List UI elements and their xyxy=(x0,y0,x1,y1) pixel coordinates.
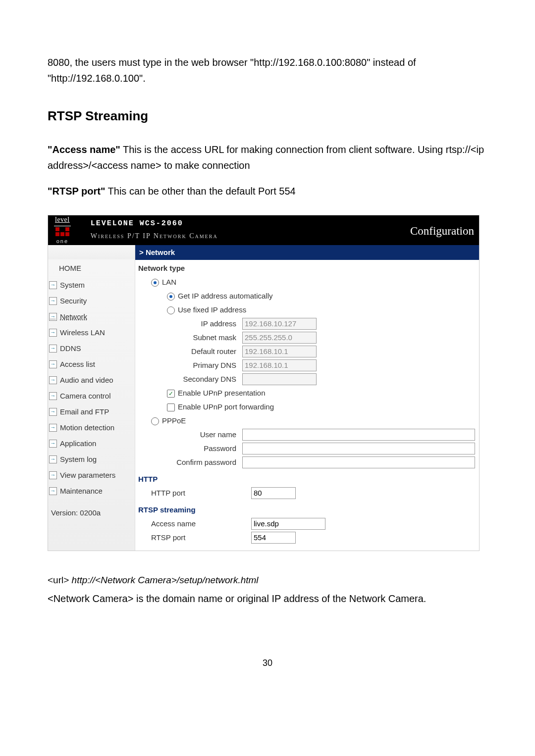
label-confirm-password: Confirm password xyxy=(137,456,242,468)
sidebar-item-maintenance[interactable]: →Maintenance xyxy=(48,483,135,499)
sidebar-item-application[interactable]: →Application xyxy=(48,436,135,452)
arrow-right-icon: → xyxy=(49,376,57,384)
sidebar-version: Version: 0200a xyxy=(48,499,135,519)
checkbox-upnp-portfwd-wrap[interactable]: Enable UPnP port forwarding xyxy=(137,401,280,413)
sidebar-item-label: Network xyxy=(60,311,87,323)
sidebar-item-view-parameters[interactable]: →View parameters xyxy=(48,467,135,483)
arrow-right-icon: → xyxy=(49,471,57,479)
sidebar-item-ddns[interactable]: →DDNS xyxy=(48,341,135,356)
checkbox-icon xyxy=(167,390,175,398)
main-content: Network type LAN Get IP address automati… xyxy=(135,259,479,551)
sidebar-item-motion-detection[interactable]: →Motion detection xyxy=(48,420,135,436)
sidebar-item-label: System log xyxy=(60,454,97,465)
input-primary-dns[interactable] xyxy=(242,359,317,371)
network-config-screenshot: level one LEVELONE WCS-2060 Wireless P/T… xyxy=(48,215,480,551)
input-rtsp-port[interactable] xyxy=(251,532,296,544)
paragraph-access-name: "Access name" This is the access URL for… xyxy=(48,142,487,173)
label-user-name: User name xyxy=(137,429,242,441)
sidebar-item-label: System xyxy=(60,279,85,291)
section-http: HTTP xyxy=(137,470,476,485)
input-http-port[interactable] xyxy=(251,487,296,499)
url-label: <url> xyxy=(48,575,69,585)
logo-grid-icon xyxy=(55,227,69,236)
label-rtsp-port-field: RTSP port xyxy=(137,532,251,544)
radio-icon xyxy=(151,279,159,287)
input-default-router[interactable] xyxy=(242,346,317,357)
sidebar-item-label: Security xyxy=(60,295,87,307)
radio-icon xyxy=(151,417,159,425)
sidebar-item-access-list[interactable]: →Access list xyxy=(48,356,135,372)
radio-pppoe-wrap[interactable]: PPPoE xyxy=(137,415,192,427)
screenshot-header: level one LEVELONE WCS-2060 Wireless P/T… xyxy=(48,215,479,245)
arrow-right-icon: → xyxy=(49,329,57,337)
sidebar-item-wireless-lan[interactable]: →Wireless LAN xyxy=(48,325,135,341)
logo-text-top: level xyxy=(55,216,70,223)
arrow-right-icon: → xyxy=(49,440,57,448)
sidebar-item-system[interactable]: →System xyxy=(48,277,135,293)
sidebar-item-label: View parameters xyxy=(60,469,115,481)
checkbox-upnp-portfwd-label: Enable UPnP port forwarding xyxy=(178,403,274,411)
input-secondary-dns[interactable] xyxy=(242,373,317,385)
heading-rtsp-streaming: RTSP Streaming xyxy=(48,106,487,127)
label-secondary-dns: Secondary DNS xyxy=(137,373,242,385)
sidebar-nav: HOME →System →Security →Network →Wireles… xyxy=(48,259,135,551)
header-configuration-link[interactable]: Configuration xyxy=(410,222,474,241)
section-network-type: Network type xyxy=(137,259,476,274)
radio-fixed-label: Use fixed IP address xyxy=(178,305,246,314)
label-rtsp-port-rest: This can be other than the default Port … xyxy=(105,186,295,197)
radio-lan-wrap[interactable]: LAN xyxy=(137,276,182,288)
sidebar-item-audio-video[interactable]: →Audio and video xyxy=(48,372,135,388)
input-password[interactable] xyxy=(242,443,475,454)
radio-pppoe-label: PPPoE xyxy=(162,416,186,425)
logo-text-sub: one xyxy=(56,237,68,246)
url-desc: <Network Camera> is the domain name or o… xyxy=(48,591,487,606)
sidebar-item-label: Motion detection xyxy=(60,422,114,434)
input-user-name[interactable] xyxy=(242,429,475,441)
arrow-right-icon: → xyxy=(49,297,57,305)
breadcrumb: > Network xyxy=(135,245,479,260)
arrow-right-icon: → xyxy=(49,281,57,289)
label-primary-dns: Primary DNS xyxy=(137,359,242,371)
label-http-port: HTTP port xyxy=(137,487,251,499)
brand-logo: level one xyxy=(54,214,71,246)
label-password: Password xyxy=(137,443,242,454)
radio-fixed-wrap[interactable]: Use fixed IP address xyxy=(137,304,252,316)
sidebar-item-label: Camera control xyxy=(60,390,111,402)
sidebar-item-security[interactable]: →Security xyxy=(48,293,135,309)
sidebar-item-label: DDNS xyxy=(60,343,81,354)
label-rtsp-port-bold: "RTSP port" xyxy=(48,186,105,197)
radio-lan-label: LAN xyxy=(162,278,176,286)
sidebar xyxy=(48,245,135,260)
radio-auto-wrap[interactable]: Get IP address automatically xyxy=(137,290,278,302)
sidebar-item-label: Access list xyxy=(60,358,95,370)
input-access-name[interactable] xyxy=(251,518,325,530)
sidebar-item-camera-control[interactable]: →Camera control xyxy=(48,388,135,404)
radio-icon xyxy=(167,293,175,301)
sidebar-item-email-ftp[interactable]: →Email and FTP xyxy=(48,404,135,420)
arrow-right-icon: → xyxy=(49,487,57,495)
checkbox-upnp-presentation-wrap[interactable]: Enable UPnP presentation xyxy=(137,387,271,399)
header-product-subtitle: Wireless P/T IP Network Camera xyxy=(91,231,218,242)
intro-paragraph: 8080, the users must type in the web bro… xyxy=(48,54,487,86)
label-default-router: Default router xyxy=(137,346,242,357)
label-access-name-bold: "Access name" xyxy=(48,144,120,155)
arrow-right-icon: → xyxy=(49,455,57,463)
sidebar-item-home[interactable]: HOME xyxy=(48,259,135,277)
arrow-right-icon: → xyxy=(49,360,57,368)
label-subnet-mask: Subnet mask xyxy=(137,332,242,344)
radio-auto-label: Get IP address automatically xyxy=(178,292,272,300)
sidebar-item-network[interactable]: →Network xyxy=(48,309,135,325)
sidebar-item-label: Application xyxy=(60,438,96,450)
paragraph-rtsp-port: "RTSP port" This can be other than the d… xyxy=(48,183,487,199)
input-subnet-mask[interactable] xyxy=(242,332,317,344)
input-ip-address[interactable] xyxy=(242,318,317,330)
sidebar-item-label: Maintenance xyxy=(60,485,103,497)
sidebar-item-system-log[interactable]: →System log xyxy=(48,452,135,467)
input-confirm-password[interactable] xyxy=(242,456,475,468)
page-number: 30 xyxy=(48,656,487,670)
label-ip-address: IP address xyxy=(137,318,242,330)
arrow-right-icon: → xyxy=(49,313,57,321)
checkbox-icon xyxy=(167,403,175,411)
section-rtsp-streaming: RTSP streaming xyxy=(137,501,476,516)
sidebar-item-label: Email and FTP xyxy=(60,406,109,418)
